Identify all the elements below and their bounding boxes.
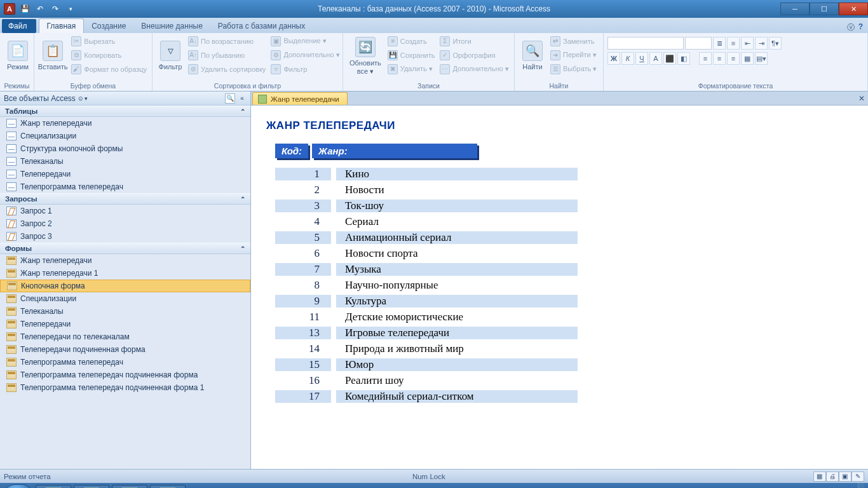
textdir-icon[interactable]: ¶▾ bbox=[769, 37, 782, 50]
indent-inc-icon[interactable]: ⇥ bbox=[755, 37, 768, 50]
view-report-icon[interactable]: ▦ bbox=[813, 471, 826, 482]
cut-button[interactable]: ✂Вырезать bbox=[70, 34, 148, 48]
nav-item[interactable]: Телепрограмма телепередач bbox=[0, 356, 250, 369]
nav-item[interactable]: Телепередачи по телеканалам bbox=[0, 330, 250, 343]
start-button[interactable] bbox=[4, 484, 33, 488]
table-row[interactable]: 15Юмор bbox=[264, 356, 868, 372]
view-layout-icon[interactable]: ▣ bbox=[839, 471, 851, 482]
table-row[interactable]: 13Игровые телепередачи bbox=[264, 325, 868, 341]
show-desktop[interactable] bbox=[858, 483, 864, 488]
bullets-icon[interactable]: ≣ bbox=[713, 37, 726, 50]
sort-desc[interactable]: A↑По убыванию bbox=[187, 48, 267, 62]
tab-home[interactable]: Главная bbox=[39, 18, 85, 33]
minimize-button[interactable]: ─ bbox=[780, 3, 810, 15]
task-explorer[interactable]: 📁 bbox=[150, 485, 186, 488]
nav-item[interactable]: Запрос 2 bbox=[0, 217, 250, 230]
qat-customize[interactable]: ▾ bbox=[64, 2, 78, 16]
fontcolor-icon[interactable]: A bbox=[649, 52, 662, 65]
nav-group-queries[interactable]: Запросы⌃ bbox=[0, 193, 250, 205]
nav-item[interactable]: Телепередачи подчиненная форма bbox=[0, 343, 250, 356]
ribbon-minimize-icon[interactable]: ⓥ bbox=[847, 22, 855, 33]
nav-item[interactable]: Жанр телепередачи bbox=[0, 117, 250, 130]
table-row[interactable]: 6Новости спорта bbox=[264, 245, 868, 261]
table-row[interactable]: 1Кино bbox=[264, 166, 868, 182]
table-row[interactable]: 3Ток-шоу bbox=[264, 198, 868, 214]
nav-item[interactable]: Кнопочная форма bbox=[0, 280, 250, 292]
qat-redo[interactable]: ↷ bbox=[48, 2, 62, 16]
nav-group-tables[interactable]: Таблицы⌃ bbox=[0, 105, 250, 117]
help-icon[interactable]: ? bbox=[858, 22, 863, 33]
nav-collapse-icon[interactable]: « bbox=[238, 94, 247, 103]
nav-item[interactable]: Жанр телепередачи bbox=[0, 254, 250, 267]
nav-item[interactable]: Телепрограмма телепередач подчиненная фо… bbox=[0, 369, 250, 381]
nav-item[interactable]: Запрос 1 bbox=[0, 205, 250, 217]
records-more[interactable]: ⋯Дополнительно ▾ bbox=[438, 62, 510, 76]
table-row[interactable]: 2Новости bbox=[264, 182, 868, 198]
align-center-icon[interactable]: ≡ bbox=[713, 52, 726, 65]
nav-item[interactable]: Специализации bbox=[0, 292, 250, 305]
sort-clear[interactable]: ⊘Удалить сортировку bbox=[187, 62, 267, 76]
format-painter-button[interactable]: 🖌Формат по образцу bbox=[70, 62, 148, 76]
filter-button[interactable]: ▿Фильтр bbox=[156, 34, 184, 78]
file-tab[interactable]: Файл bbox=[2, 19, 36, 33]
task-media[interactable]: ▶ bbox=[112, 485, 147, 488]
nav-group-forms[interactable]: Формы⌃ bbox=[0, 243, 250, 254]
gridlines-icon[interactable]: ▦ bbox=[741, 52, 754, 65]
replace[interactable]: ⇄Заменить bbox=[549, 34, 598, 48]
tab-dbtools[interactable]: Работа с базами данных bbox=[210, 19, 313, 33]
table-row[interactable]: 9Культура bbox=[264, 293, 868, 309]
fill-icon[interactable]: ◧ bbox=[677, 52, 690, 65]
table-row[interactable]: 17Комедийный сериал-ситком bbox=[264, 388, 868, 404]
align-right-icon[interactable]: ≡ bbox=[727, 52, 740, 65]
nav-item[interactable]: Телепередачи bbox=[0, 318, 250, 330]
italic-icon[interactable]: К bbox=[621, 52, 634, 65]
table-row[interactable]: 16Реалити шоу bbox=[264, 372, 868, 388]
filter-advanced[interactable]: ⚙Дополнительно ▾ bbox=[269, 48, 341, 62]
table-row[interactable]: 8Научно-популярные bbox=[264, 277, 868, 293]
altrow-icon[interactable]: ▤▾ bbox=[755, 52, 768, 65]
table-row[interactable]: 4Сериал bbox=[264, 214, 868, 229]
spelling[interactable]: ✓Орфография bbox=[438, 48, 510, 62]
qat-undo[interactable]: ↶ bbox=[33, 2, 47, 16]
size-combo[interactable] bbox=[685, 37, 712, 50]
bold-icon[interactable]: Ж bbox=[607, 52, 620, 65]
tab-create[interactable]: Создание bbox=[84, 19, 133, 33]
filter-toggle[interactable]: ▿Фильтр bbox=[269, 62, 341, 76]
nav-item[interactable]: Запрос 3 bbox=[0, 230, 250, 243]
indent-dec-icon[interactable]: ⇤ bbox=[741, 37, 754, 50]
save-record[interactable]: 💾Сохранить bbox=[386, 48, 437, 62]
close-button[interactable]: ✕ bbox=[839, 3, 868, 15]
table-row[interactable]: 14Природа и животный мир bbox=[264, 341, 868, 356]
nav-item[interactable]: Специализации bbox=[0, 130, 250, 142]
view-preview-icon[interactable]: 🖨 bbox=[826, 471, 839, 482]
totals[interactable]: ΣИтоги bbox=[438, 34, 510, 48]
nav-item[interactable]: Телеканалы bbox=[0, 155, 250, 168]
new-record[interactable]: ✳Создать bbox=[386, 34, 437, 48]
qat-save[interactable]: 💾 bbox=[18, 2, 32, 16]
find-button[interactable]: 🔍Найти bbox=[519, 34, 546, 78]
task-access[interactable]: A bbox=[74, 485, 109, 488]
nav-item[interactable]: Телепередачи bbox=[0, 168, 250, 180]
nav-item[interactable]: Телеканалы bbox=[0, 305, 250, 318]
table-row[interactable]: 5Анимационный сериал bbox=[264, 229, 868, 245]
delete-record[interactable]: ✖Удалить ▾ bbox=[386, 62, 437, 76]
paste-button[interactable]: 📋Вставить bbox=[38, 34, 67, 78]
numbering-icon[interactable]: ≡ bbox=[727, 37, 740, 50]
view-button[interactable]: 📄Режим bbox=[4, 34, 32, 78]
nav-item[interactable]: Телепрограмма телепередач bbox=[0, 180, 250, 193]
nav-search-icon[interactable]: 🔍 bbox=[225, 93, 235, 104]
select[interactable]: ☰Выбрать ▾ bbox=[549, 62, 598, 76]
highlight-icon[interactable]: ⬛ bbox=[663, 52, 676, 65]
nav-item[interactable]: Структура кнопочной формы bbox=[0, 142, 250, 155]
maximize-button[interactable]: ☐ bbox=[810, 3, 839, 15]
table-row[interactable]: 7Музыка bbox=[264, 261, 868, 277]
document-close-icon[interactable]: ✕ bbox=[855, 92, 868, 105]
table-row[interactable]: 11Детские юмористические bbox=[264, 309, 868, 325]
filter-selection[interactable]: ▣Выделение ▾ bbox=[269, 34, 341, 48]
refresh-button[interactable]: 🔄Обновить все ▾ bbox=[347, 34, 384, 78]
goto[interactable]: ➜Перейти ▾ bbox=[549, 48, 598, 62]
font-combo[interactable] bbox=[607, 37, 684, 50]
nav-item[interactable]: Жанр телепередачи 1 bbox=[0, 267, 250, 280]
document-tab[interactable]: Жанр телепередачи bbox=[252, 92, 348, 105]
align-left-icon[interactable]: ≡ bbox=[699, 52, 712, 65]
